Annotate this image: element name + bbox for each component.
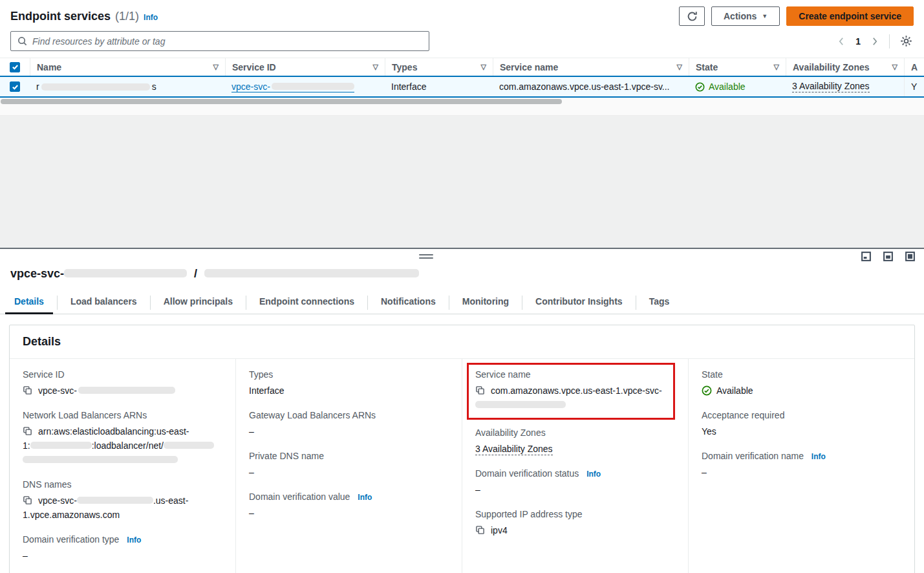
refresh-icon bbox=[687, 11, 698, 22]
actions-button-label: Actions bbox=[724, 11, 757, 21]
availability-zones-popover-trigger[interactable]: 3 Availability Zones bbox=[475, 444, 553, 455]
copy-icon[interactable] bbox=[23, 495, 32, 507]
field-label: Acceptance required bbox=[702, 410, 901, 420]
dns-name-value: vpce-svc- bbox=[38, 495, 77, 506]
copy-icon[interactable] bbox=[23, 426, 32, 438]
tab-endpoint-connections[interactable]: Endpoint connections bbox=[246, 291, 367, 314]
caret-down-icon: ▼ bbox=[762, 13, 768, 19]
info-link[interactable]: Info bbox=[811, 452, 826, 461]
service-id-link[interactable]: vpce-svc- bbox=[231, 81, 354, 92]
info-link[interactable]: Info bbox=[586, 470, 601, 479]
name-text: s bbox=[152, 81, 156, 92]
nlb-arn-line1: arn:aws:elasticloadbalancing:us-east- bbox=[38, 426, 189, 437]
column-header-types[interactable]: Types ▽ bbox=[385, 58, 493, 76]
row-checkbox[interactable] bbox=[10, 81, 20, 92]
column-header-name[interactable]: Name ▽ bbox=[30, 58, 225, 76]
search-icon bbox=[17, 36, 27, 46]
panel-position-bottom-button[interactable] bbox=[861, 252, 871, 261]
field-label: Service name bbox=[475, 369, 667, 380]
panel-half-size-button[interactable] bbox=[883, 252, 893, 261]
page: Endpoint services (1/1) Info Actions ▼ bbox=[0, 0, 924, 565]
field-domain-verification-name: Domain verification name Info – bbox=[702, 451, 901, 479]
field-label: Types bbox=[249, 369, 449, 380]
service-name-text: com.amazonaws.vpce.us-east-1.vpce-sv... bbox=[499, 81, 670, 92]
tab-details[interactable]: Details bbox=[1, 291, 57, 314]
field-private-dns-name: Private DNS name – bbox=[249, 451, 449, 479]
select-all-checkbox[interactable] bbox=[10, 62, 20, 72]
sort-icon: ▽ bbox=[481, 63, 486, 71]
field-label: Domain verification status bbox=[475, 468, 579, 479]
field-label: Domain verification name bbox=[702, 451, 804, 461]
row-select-cell bbox=[0, 77, 30, 96]
settings-button[interactable] bbox=[899, 34, 914, 49]
controls-divider bbox=[889, 34, 890, 49]
tab-tags[interactable]: Tags bbox=[636, 291, 683, 314]
next-page-button[interactable] bbox=[870, 36, 880, 47]
details-card-title: Details bbox=[10, 325, 914, 359]
availability-zones-popover-trigger[interactable]: 3 Availability Zones bbox=[792, 81, 870, 92]
tab-contributor-insights[interactable]: Contributor Insights bbox=[522, 291, 636, 314]
redacted-service-id bbox=[64, 269, 187, 277]
table-row[interactable]: r s vpce-svc- Interface com.amazonaws.vp… bbox=[0, 76, 924, 98]
cell-types: Interface bbox=[385, 77, 493, 96]
info-link[interactable]: Info bbox=[127, 535, 141, 545]
refresh-button[interactable] bbox=[679, 6, 705, 26]
pagination-controls: 1 bbox=[836, 34, 914, 49]
chevron-right-icon bbox=[871, 37, 879, 46]
field-label: Network Load Balancers ARNs bbox=[23, 410, 222, 420]
details-column-1: Service ID vpce-svc- Network Load Balanc… bbox=[10, 359, 235, 573]
panel-title-separator: / bbox=[194, 267, 197, 280]
column-label: Name bbox=[37, 62, 61, 72]
cell-name: r s bbox=[30, 77, 225, 96]
field-acceptance-required: Acceptance required Yes bbox=[702, 410, 901, 438]
endpoint-services-section: Endpoint services (1/1) Info Actions ▼ bbox=[0, 0, 924, 116]
redacted-value bbox=[77, 497, 153, 504]
service-id-value: vpce-svc- bbox=[38, 385, 77, 396]
header-info-link[interactable]: Info bbox=[144, 13, 158, 22]
horizontal-scrollbar-thumb[interactable] bbox=[1, 99, 562, 104]
nlb-arn-line2: 1: bbox=[23, 440, 30, 451]
create-endpoint-service-label: Create endpoint service bbox=[799, 11, 901, 21]
column-header-availability-zones[interactable]: Availability Zones ▽ bbox=[786, 58, 904, 76]
tab-monitoring[interactable]: Monitoring bbox=[449, 291, 522, 314]
field-value: – bbox=[475, 482, 675, 497]
split-panel-top-bar bbox=[0, 249, 924, 266]
copy-icon[interactable] bbox=[475, 385, 485, 397]
redacted-service-id bbox=[272, 83, 354, 90]
field-label: Availability Zones bbox=[475, 427, 675, 438]
tab-load-balancers[interactable]: Load balancers bbox=[58, 291, 150, 314]
search-input[interactable] bbox=[32, 36, 422, 47]
panel-maximize-button[interactable] bbox=[905, 252, 915, 261]
cell-service-id: vpce-svc- bbox=[225, 77, 385, 96]
redacted-value bbox=[475, 401, 566, 408]
column-header-state[interactable]: State ▽ bbox=[689, 58, 786, 76]
column-header-acceptance-truncated[interactable]: A bbox=[904, 58, 924, 76]
copy-icon[interactable] bbox=[475, 525, 485, 537]
tab-notifications[interactable]: Notifications bbox=[368, 291, 449, 314]
table-header-row: Name ▽ Service ID ▽ Types ▽ Service name… bbox=[0, 58, 924, 76]
previous-page-button[interactable] bbox=[836, 36, 846, 47]
redacted-lb-id bbox=[23, 456, 178, 463]
create-endpoint-service-button[interactable]: Create endpoint service bbox=[786, 6, 914, 26]
filter-row: 1 bbox=[0, 31, 924, 58]
tab-allow-principals[interactable]: Allow principals bbox=[151, 291, 246, 314]
split-panel-drag-handle[interactable] bbox=[419, 254, 433, 261]
field-domain-verification-status: Domain verification status Info – bbox=[475, 468, 675, 497]
redacted-name bbox=[41, 83, 150, 91]
state-value: Available bbox=[716, 384, 753, 398]
column-header-service-name[interactable]: Service name ▽ bbox=[493, 58, 689, 76]
redacted-lb-name bbox=[164, 442, 214, 449]
field-value: – bbox=[249, 465, 449, 479]
column-header-service-id[interactable]: Service ID ▽ bbox=[225, 58, 385, 76]
gear-icon bbox=[900, 35, 912, 47]
actions-button[interactable]: Actions ▼ bbox=[711, 6, 780, 26]
cell-acceptance-truncated: Y bbox=[904, 77, 924, 96]
redacted-account-id bbox=[30, 442, 92, 449]
field-ip-address-type: Supported IP address type ipv4 bbox=[475, 509, 675, 537]
copy-icon[interactable] bbox=[23, 385, 32, 397]
field-value: – bbox=[702, 465, 901, 479]
acceptance-text: Y bbox=[911, 81, 917, 92]
field-label: State bbox=[702, 369, 901, 380]
details-column-3: Service name com.amazonaws.vpce.us-east-… bbox=[462, 359, 688, 573]
info-link[interactable]: Info bbox=[358, 493, 372, 502]
